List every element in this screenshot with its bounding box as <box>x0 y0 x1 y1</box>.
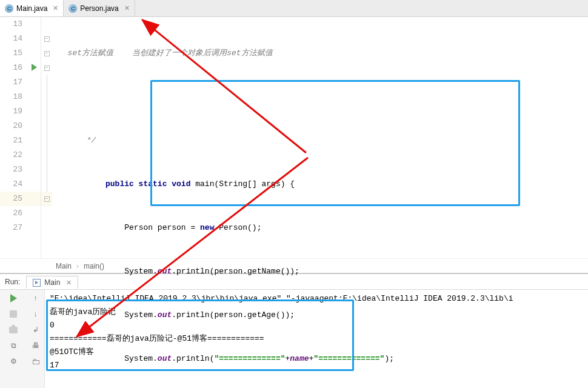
fold-bar: −−−− <box>41 17 52 258</box>
fold-handle[interactable]: − <box>44 51 50 56</box>
close-icon[interactable]: ✕ <box>124 4 130 12</box>
run-toolbar-right: ↑ ↓ ↲ 🖶 🗀 <box>27 290 45 388</box>
tab-label: Person.java <box>80 4 118 13</box>
run-toolbar-left: ⧉ ⚙ <box>0 290 27 388</box>
chevron-right-icon: › <box>76 262 79 270</box>
run-config-icon <box>33 279 41 287</box>
tab-label: Main.java <box>16 4 47 13</box>
fold-handle[interactable]: − <box>44 65 50 71</box>
tab-main-java[interactable]: C Main.java ✕ <box>0 0 64 16</box>
run-tab-main[interactable]: Main ✕ <box>26 276 78 289</box>
print-icon[interactable]: 🖶 <box>31 341 41 350</box>
run-label: Run: <box>5 278 20 286</box>
breadcrumb-item[interactable]: main() <box>84 262 104 270</box>
down-icon[interactable]: ↓ <box>31 309 41 319</box>
line-gutter: 131415161718192021222324252627 <box>0 17 41 258</box>
run-tool-window: Run: Main ✕ ⧉ ⚙ ↑ ↓ ↲ 🖶 🗀 "E:\idea\Intel… <box>0 273 588 388</box>
settings-icon[interactable]: ⚙ <box>8 356 18 366</box>
close-icon[interactable]: ✕ <box>53 4 58 12</box>
wrap-icon[interactable]: ↲ <box>31 325 41 335</box>
console-output[interactable]: "E:\idea\IntelliJ IDEA 2019.2.3\jbr\bin\… <box>45 290 588 388</box>
rerun-icon[interactable] <box>8 293 18 303</box>
camera-icon[interactable] <box>8 325 18 335</box>
code-area[interactable]: set方法赋值 当创建好了一个对象后调用set方法赋值 */ public st… <box>52 17 588 258</box>
close-icon[interactable]: ✕ <box>66 279 72 287</box>
layout-icon[interactable]: ⧉ <box>8 341 18 350</box>
breadcrumb-item[interactable]: Main <box>56 262 72 270</box>
run-tab-label: Main <box>44 278 60 287</box>
tab-person-java[interactable]: C Person.java ✕ <box>64 0 135 16</box>
fold-handle[interactable]: − <box>44 36 50 42</box>
class-icon: C <box>5 4 13 13</box>
stop-icon[interactable] <box>8 309 18 319</box>
up-icon[interactable]: ↑ <box>31 293 41 303</box>
gutter-run-icon[interactable] <box>32 64 37 71</box>
fold-handle[interactable]: − <box>44 196 50 202</box>
editor-tabs: C Main.java ✕ C Person.java ✕ <box>0 0 588 17</box>
trash-icon[interactable]: 🗀 <box>31 356 41 366</box>
class-icon: C <box>68 4 77 13</box>
code-editor[interactable]: 131415161718192021222324252627 −−−− set方… <box>0 17 588 258</box>
